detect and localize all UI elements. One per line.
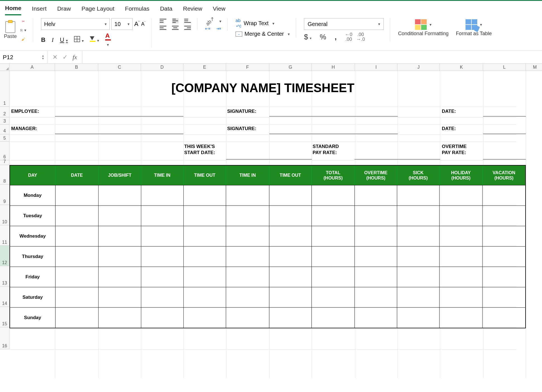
table-cell[interactable] [141, 226, 184, 246]
tab-page-layout[interactable]: Page Layout [81, 4, 114, 15]
table-cell[interactable] [440, 308, 483, 328]
table-cell[interactable] [56, 247, 99, 267]
table-cell[interactable] [99, 185, 141, 205]
tab-draw[interactable]: Draw [57, 4, 71, 15]
table-cell[interactable] [269, 185, 312, 205]
table-cell[interactable] [269, 206, 312, 226]
table-cell[interactable] [397, 267, 440, 287]
tab-insert[interactable]: Insert [32, 4, 47, 15]
table-cell[interactable] [355, 308, 397, 328]
table-cell[interactable] [355, 226, 397, 246]
table-cell[interactable] [483, 185, 525, 205]
table-cell[interactable] [269, 247, 312, 267]
table-cell[interactable] [355, 206, 397, 226]
table-cell[interactable] [184, 247, 226, 267]
decrease-indent-icon[interactable]: ⇤≡ [205, 27, 210, 31]
table-cell[interactable] [184, 185, 226, 205]
table-cell[interactable] [483, 267, 525, 287]
table-cell[interactable]: Tuesday [10, 206, 56, 226]
table-cell[interactable] [56, 206, 99, 226]
table-cell[interactable] [312, 226, 355, 246]
table-cell[interactable] [355, 287, 397, 307]
align-middle-icon[interactable] [172, 18, 179, 23]
tab-view[interactable]: View [213, 4, 226, 15]
column-header-J[interactable]: J [397, 64, 440, 71]
column-header-I[interactable]: I [355, 64, 397, 71]
font-name-select[interactable]: Helv▾ [41, 18, 110, 30]
row-header-16[interactable]: 16 [0, 327, 9, 349]
row-header-13[interactable]: 13 [0, 266, 9, 286]
table-cell[interactable] [99, 267, 141, 287]
table-cell[interactable] [141, 267, 184, 287]
table-cell[interactable] [141, 206, 184, 226]
table-cell[interactable]: Thursday [10, 247, 56, 267]
table-cell[interactable] [483, 287, 525, 307]
increase-indent-icon[interactable]: ⇥≡ [216, 27, 221, 31]
column-header-D[interactable]: D [141, 64, 183, 71]
select-all-button[interactable] [0, 64, 9, 71]
comma-button[interactable]: , [335, 33, 337, 41]
table-cell[interactable] [397, 226, 440, 246]
currency-button[interactable]: $▾ [304, 33, 311, 41]
increase-font-icon[interactable]: Aˆ [134, 20, 140, 28]
italic-button[interactable]: I [52, 36, 54, 44]
align-right-icon[interactable] [184, 26, 191, 30]
table-cell[interactable] [397, 206, 440, 226]
table-cell[interactable] [440, 206, 483, 226]
fx-icon[interactable]: fx [73, 54, 77, 61]
table-cell[interactable] [226, 247, 269, 267]
table-cell[interactable] [99, 247, 141, 267]
table-cell[interactable]: Monday [10, 185, 56, 205]
table-cell[interactable] [141, 308, 184, 328]
table-cell[interactable] [56, 287, 99, 307]
row-header-3[interactable]: 3 [0, 117, 9, 125]
row-header-14[interactable]: 14 [0, 286, 9, 307]
table-cell[interactable] [56, 185, 99, 205]
conditional-formatting-button[interactable]: ▾ Conditional Formatting [398, 19, 449, 37]
name-box[interactable]: P12 ▲▼ [0, 51, 47, 63]
table-cell[interactable] [99, 206, 141, 226]
column-header-C[interactable]: C [98, 64, 141, 71]
row-header-2[interactable]: 2 [0, 107, 9, 117]
column-header-F[interactable]: F [226, 64, 269, 71]
font-color-button[interactable]: A▾ [105, 32, 111, 48]
column-header-G[interactable]: G [269, 64, 312, 71]
font-size-select[interactable]: 10▾ [111, 18, 133, 30]
table-cell[interactable]: Saturday [10, 287, 56, 307]
table-cell[interactable] [355, 267, 397, 287]
row-header-8[interactable]: 8 [0, 165, 9, 185]
table-cell[interactable] [483, 206, 525, 226]
table-cell[interactable] [483, 308, 525, 328]
decrease-decimal-icon[interactable]: .00→.0 [356, 32, 365, 42]
table-cell[interactable] [440, 185, 483, 205]
table-cell[interactable]: Wednesday [10, 226, 56, 246]
table-cell[interactable] [483, 247, 525, 267]
align-bottom-icon[interactable] [184, 19, 191, 23]
table-cell[interactable] [99, 287, 141, 307]
table-cell[interactable] [226, 185, 269, 205]
table-cell[interactable] [312, 308, 355, 328]
table-cell[interactable] [355, 185, 397, 205]
table-cell[interactable] [269, 287, 312, 307]
formula-input[interactable] [82, 51, 542, 63]
table-cell[interactable] [226, 226, 269, 246]
column-header-A[interactable]: A [9, 64, 55, 71]
table-cell[interactable] [99, 226, 141, 246]
table-cell[interactable] [312, 206, 355, 226]
tab-formulas[interactable]: Formulas [125, 4, 150, 15]
row-header-7[interactable]: 7 [0, 160, 9, 165]
align-center-icon[interactable] [172, 26, 179, 30]
table-cell[interactable] [397, 308, 440, 328]
bold-button[interactable]: B [41, 36, 45, 44]
table-cell[interactable] [269, 308, 312, 328]
table-cell[interactable] [312, 267, 355, 287]
table-cell[interactable] [141, 185, 184, 205]
row-header-15[interactable]: 15 [0, 307, 9, 327]
row-header-9[interactable]: 9 [0, 185, 9, 205]
row-header-12[interactable]: 12 [0, 246, 9, 266]
wrap-text-button[interactable]: ab⤶c Wrap Text▾ [236, 18, 274, 28]
row-header-6[interactable]: 6 [0, 142, 9, 160]
column-header-M[interactable]: M [526, 64, 542, 71]
table-cell[interactable] [226, 308, 269, 328]
column-header-K[interactable]: K [440, 64, 483, 71]
